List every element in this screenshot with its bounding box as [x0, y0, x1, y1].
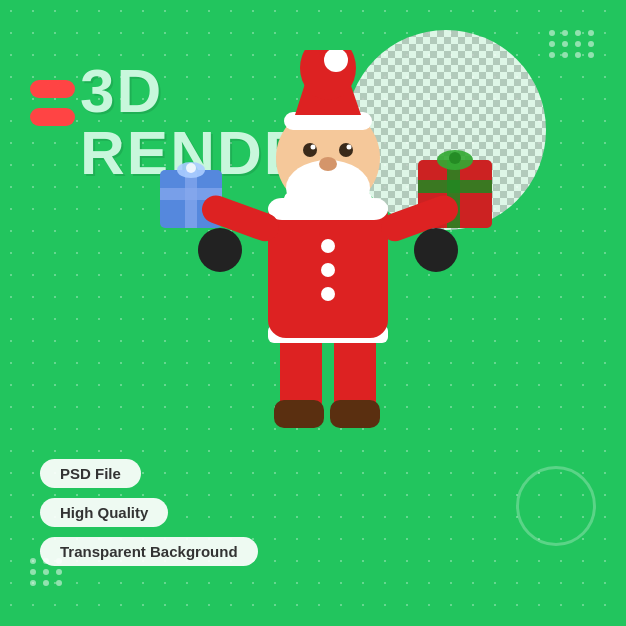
svg-point-29 — [319, 157, 337, 171]
red-bar-bottom — [30, 108, 75, 126]
svg-point-18 — [321, 263, 335, 277]
dot — [30, 558, 36, 564]
svg-point-4 — [186, 163, 196, 173]
svg-point-9 — [449, 152, 461, 164]
svg-point-17 — [321, 239, 335, 253]
dot — [588, 52, 594, 58]
svg-rect-12 — [274, 400, 324, 428]
dot — [562, 30, 568, 36]
dot — [549, 41, 555, 47]
dot — [549, 52, 555, 58]
dot — [588, 30, 594, 36]
svg-point-31 — [347, 145, 352, 150]
dot — [43, 569, 49, 575]
dot — [56, 569, 62, 575]
transparent-bg-badge: Transparent Background — [40, 537, 258, 566]
dot — [562, 52, 568, 58]
svg-point-19 — [321, 287, 335, 301]
red-bar-top — [30, 80, 75, 98]
santa-svg — [140, 50, 520, 510]
psd-file-badge: PSD File — [40, 459, 141, 488]
svg-rect-2 — [185, 170, 197, 228]
svg-point-22 — [198, 228, 242, 272]
dot — [588, 41, 594, 47]
svg-rect-11 — [334, 335, 376, 410]
dots-top-right — [549, 30, 596, 58]
svg-rect-10 — [280, 335, 322, 410]
svg-point-28 — [339, 143, 353, 157]
svg-point-30 — [311, 145, 316, 150]
dot — [43, 580, 49, 586]
svg-point-23 — [414, 228, 458, 272]
dot — [30, 569, 36, 575]
dot — [56, 580, 62, 586]
dot — [549, 30, 555, 36]
decorative-circle-bottom-right — [516, 466, 596, 546]
dot — [575, 30, 581, 36]
svg-rect-13 — [330, 400, 380, 428]
dot — [30, 580, 36, 586]
dot — [575, 41, 581, 47]
red-accent-bars — [30, 80, 75, 126]
santa-figure — [140, 50, 520, 510]
main-container: 3D RENDER — [0, 0, 626, 626]
svg-point-27 — [303, 143, 317, 157]
svg-point-36 — [284, 184, 372, 212]
dot — [562, 41, 568, 47]
dot — [575, 52, 581, 58]
